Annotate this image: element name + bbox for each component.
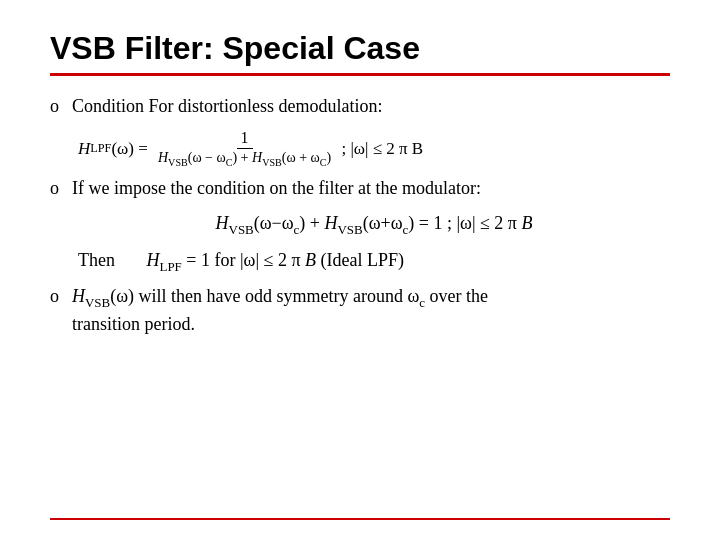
slide: VSB Filter: Special Case o Condition For… [0, 0, 720, 540]
formula-2: HVSB(ω−ωc) + HVSB(ω+ωc) = 1 ; |ω| ≤ 2 π … [78, 213, 670, 238]
formula-1-content: HLPF (ω) = 1 HVSB(ω − ωC) + HVSB(ω + ωC)… [78, 129, 423, 168]
bottom-rule [50, 518, 670, 520]
bullet-item-2: o If we impose the condition on the filt… [50, 176, 670, 201]
bullet-item-3: o HVSB(ω) will then have odd symmetry ar… [50, 284, 670, 337]
bullet-item-1: o Condition For distortionless demodulat… [50, 94, 670, 119]
formula-1: HLPF (ω) = 1 HVSB(ω − ωC) + HVSB(ω + ωC)… [78, 129, 670, 168]
then-label: Then [78, 250, 115, 270]
bullet-icon-1: o [50, 96, 72, 117]
frac-den: HVSB(ω − ωC) + HVSB(ω + ωC) [154, 149, 335, 168]
fraction-1: 1 HVSB(ω − ωC) + HVSB(ω + ωC) [154, 129, 335, 168]
hlpf-equals: (ω) = [111, 139, 152, 159]
bullet-text-1: Condition For distortionless demodulatio… [72, 94, 383, 119]
bullet-text-2: If we impose the condition on the filter… [72, 176, 481, 201]
then-line: Then HLPF = 1 for |ω| ≤ 2 π B (Ideal LPF… [78, 250, 670, 275]
slide-title: VSB Filter: Special Case [50, 30, 420, 66]
frac-num: 1 [237, 129, 253, 149]
hlpf-label: H [78, 139, 90, 159]
bullet-text-3: HVSB(ω) will then have odd symmetry arou… [72, 284, 488, 337]
title-area: VSB Filter: Special Case [50, 30, 670, 76]
hlpf-sub: LPF [90, 141, 111, 156]
content-area: o Condition For distortionless demodulat… [50, 94, 670, 337]
bullet-icon-2: o [50, 178, 72, 199]
formula1-condition: ; |ω| ≤ 2 π B [337, 139, 423, 159]
bullet-icon-3: o [50, 286, 72, 307]
